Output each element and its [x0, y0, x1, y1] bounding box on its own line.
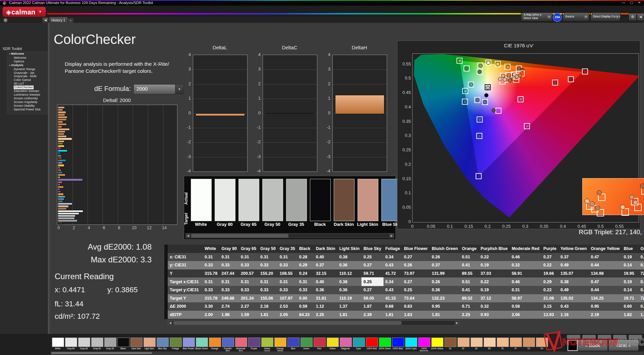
table-cell[interactable]: 0.71 [460, 302, 479, 311]
table-cell[interactable]: 0.43 [383, 261, 402, 269]
palette-patch-magenta[interactable]: Magenta [340, 338, 352, 350]
col-header[interactable]: Moderate Red [509, 245, 541, 253]
display-control-dropdown[interactable]: Direct Display Control ▼ [590, 12, 621, 21]
minimize-button[interactable]: — [620, 0, 627, 5]
table-cell[interactable]: 2.05 [278, 311, 297, 319]
table-cell[interactable]: 201.34 [239, 294, 258, 303]
table-cell[interactable]: 0.27 [362, 286, 383, 294]
table-cell[interactable]: 41.15 [383, 294, 402, 303]
palette-patch-light-skin[interactable]: Light Skin [144, 338, 156, 350]
palette-patch-orange-yellow[interactable]: Orange Yellow [274, 338, 286, 352]
table-cell[interactable]: 0.93 [479, 311, 510, 319]
palette-patch-red[interactable]: Red [314, 338, 326, 350]
patch-swatch-black[interactable] [310, 179, 331, 221]
table-cell[interactable]: 0.26 [402, 261, 430, 269]
table-cell[interactable]: 0.60 [622, 302, 638, 311]
table-cell[interactable]: 0.39 [638, 302, 644, 311]
col-header[interactable]: Blue [622, 245, 638, 253]
patch-swatch-white[interactable] [191, 179, 212, 221]
table-cell[interactable]: 13.93 [541, 311, 558, 319]
table-cell[interactable]: 1.59 [239, 311, 258, 319]
table-cell[interactable]: 0.27 [402, 277, 430, 286]
table-cell[interactable]: 0.41 [460, 261, 479, 269]
scrollbar-thumb[interactable] [173, 321, 401, 325]
scrollbar-thumb[interactable] [51, 352, 152, 354]
palette-patch-100-yellow[interactable]: 100% Yellow [431, 338, 443, 350]
col-header[interactable]: Yellow Green [558, 245, 589, 253]
table-cell[interactable]: 0.46 [509, 253, 541, 261]
table-cell[interactable]: 0.31 [278, 253, 297, 261]
table-cell[interactable]: 0.49 [558, 261, 589, 269]
table-cell[interactable]: 0.32 [509, 261, 541, 269]
table-cell[interactable]: 58.97 [509, 294, 541, 303]
maximize-button[interactable]: ▢ [628, 0, 635, 5]
patch-swatch-gray-65[interactable] [238, 179, 259, 221]
palette-patch-cyan[interactable]: Cyan [353, 338, 365, 350]
table-cell[interactable]: 0.46 [509, 277, 541, 286]
palette-patch-gray-80[interactable]: Gray 80 [65, 338, 77, 350]
table-cell[interactable]: 0.95 [430, 302, 460, 311]
palette-patch-black[interactable]: Black [117, 338, 129, 350]
palette-patch-purple[interactable]: Purple [248, 338, 260, 350]
table-cell[interactable]: 0.24 [297, 269, 314, 278]
table-cell[interactable]: 0.31 [509, 286, 541, 294]
table-cell[interactable]: 0.38 [558, 277, 589, 286]
table-cell[interactable]: 2.27 [239, 302, 258, 311]
scroll-right-icon[interactable]: ▶ [389, 234, 394, 238]
layout-dot-button[interactable] [3, 18, 8, 22]
patch-count-badge[interactable]: 234 [553, 13, 562, 22]
table-cell[interactable]: 2.00 [203, 311, 219, 319]
table-cell[interactable]: 64.33 [297, 311, 314, 319]
close-button[interactable]: ✕ [636, 0, 643, 5]
table-cell[interactable]: 19.71 [622, 294, 638, 303]
table-cell[interactable]: 0.33 [297, 286, 314, 294]
patch-swatch-gray-80[interactable] [215, 179, 235, 221]
palette-patch-white[interactable]: White [52, 338, 64, 350]
table-cell[interactable]: 0.38 [337, 253, 361, 261]
table-cell[interactable]: 1.81 [430, 311, 460, 319]
table-cell[interactable]: 0.31 [278, 277, 297, 286]
table-cell[interactable]: 155.06 [258, 294, 278, 303]
table-cell[interactable]: 0.29 [297, 261, 314, 269]
col-header[interactable]: Black [297, 245, 314, 253]
table-cell[interactable]: 2.18 [258, 302, 278, 311]
table-cell[interactable]: 2.25 [460, 311, 479, 319]
col-header[interactable]: White [203, 245, 219, 253]
table-cell[interactable]: 31.81 [314, 294, 337, 303]
table-cell[interactable]: 0.26 [430, 277, 460, 286]
table-cell[interactable]: 0.41 [460, 286, 479, 294]
table-cell[interactable]: 0.25 [402, 286, 430, 294]
sidebar-item-grayscale-2pt[interactable]: Grayscale - 2pt [6, 71, 48, 75]
sidebar-splitter[interactable] [48, 23, 50, 355]
col-header[interactable]: Foliage [383, 245, 402, 253]
table-cell[interactable]: 0.31 [203, 253, 219, 261]
table-cell[interactable]: 0.31 [203, 277, 219, 286]
table-cell[interactable]: 0.83 [402, 302, 430, 311]
table-cell[interactable]: 0.00 [297, 294, 314, 303]
scroll-left-icon[interactable]: ◀ [186, 234, 190, 238]
table-cell[interactable]: 0.22 [541, 261, 558, 269]
table-cell[interactable]: 0.29 [541, 277, 558, 286]
table-cell[interactable]: 41.72 [383, 269, 402, 278]
patch-swatch-gray-50[interactable] [262, 179, 283, 221]
meter-dropdown[interactable]: X-Rite i1Pro 2Direct View ▼ [521, 12, 552, 21]
table-cell[interactable]: 1.87 [362, 302, 383, 311]
sidebar-item-color-gamut[interactable]: Color Gamut [6, 78, 48, 82]
col-header[interactable]: Bluish Green [430, 245, 460, 253]
table-cell[interactable]: 0.33 [239, 261, 258, 269]
sidebar-item-grayscale-multi[interactable]: Grayscale - Multi [6, 74, 48, 78]
table-cell[interactable]: 1.16 [558, 311, 589, 319]
panel-collapse-icon[interactable]: ◀ [637, 13, 644, 21]
scrollbar-thumb[interactable] [191, 234, 288, 238]
calman-menu-caret-icon[interactable]: ▼ [36, 8, 44, 15]
palette-patch-blue-sky[interactable]: Blue Sky [157, 338, 169, 350]
table-cell[interactable]: 1.82 [622, 311, 638, 319]
palette-patch-bluish-green[interactable]: Bluish Green [196, 338, 208, 350]
table-cell[interactable]: 0.31 [219, 253, 239, 261]
table-cell[interactable]: 0.33 [258, 286, 278, 294]
table-cell[interactable]: 0.36 [337, 286, 361, 294]
table-scrollbar[interactable]: ◀ ▶ [168, 320, 460, 325]
table-cell[interactable]: 73.97 [402, 269, 430, 278]
table-cell[interactable]: 132.23 [430, 294, 460, 303]
table-cell[interactable]: 0.33 [219, 286, 239, 294]
